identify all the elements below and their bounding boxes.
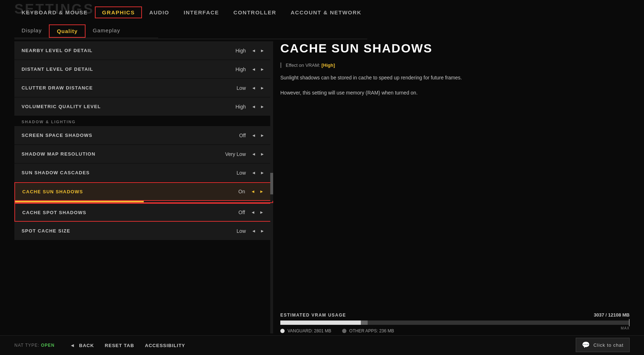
scrollbar-track[interactable] — [270, 41, 273, 333]
setting-sun-shadow-cascades-value: Low — [217, 170, 246, 176]
arrow-left-btn-9[interactable]: ◄ — [249, 209, 257, 216]
setting-clutter-draw[interactable]: CLUTTER DRAW DISTANCE Low ◄ ► — [14, 79, 273, 97]
arrow-left-btn-7[interactable]: ◄ — [250, 169, 257, 176]
vram-bar: MAX — [280, 321, 630, 325]
setting-volumetric[interactable]: VOLUMETRIC QUALITY LEVEL High ◄ ► — [14, 97, 273, 116]
setting-spot-cache-size[interactable]: SPOT CACHE SIZE Low ◄ ► — [14, 222, 273, 240]
arrow-right-btn-5[interactable]: ► — [259, 132, 266, 139]
arrow-left-btn-3[interactable]: ◄ — [250, 84, 257, 92]
accessibility-action[interactable]: ACCESSIBILITY — [145, 343, 185, 348]
nat-type: NAT TYPE: OPEN — [14, 343, 55, 348]
arrow-controls-3: ◄ ► — [250, 84, 266, 92]
back-action[interactable]: ◄ BACK — [69, 342, 94, 349]
description-1: Sunlight shadows can be stored in cache … — [280, 74, 482, 82]
nav-keyboard-mouse[interactable]: KEYBOARD & MOUSE — [14, 6, 95, 18]
arrow-left-btn-2[interactable]: ◄ — [250, 66, 257, 73]
nav-graphics[interactable]: GRAPHICS — [95, 6, 142, 18]
setting-cache-sun-shadows-label: CACHE SUN SHADOWS — [22, 189, 83, 194]
setting-screen-space-shadows[interactable]: SCREEN SPACE SHADOWS Off ◄ ► — [14, 126, 273, 145]
reset-tab-action[interactable]: RESET TAB — [105, 343, 134, 348]
arrow-controls-6: ◄ ► — [250, 151, 266, 158]
arrow-controls: ◄ ► — [250, 47, 266, 54]
setting-cache-spot-shadows[interactable]: CACHE SPOT SHADOWS Off ◄ ► — [14, 203, 273, 222]
setting-nearby-lod[interactable]: NEARBY LEVEL OF DETAIL High ◄ ► — [14, 41, 273, 60]
vram-max-label: MAX — [621, 326, 630, 330]
chat-label: Click to chat — [593, 342, 624, 348]
vram-header: ESTIMATED VRAM USAGE 3037 / 12108 MB — [280, 312, 630, 318]
setting-screen-space-shadows-value: Off — [217, 133, 246, 138]
chat-button[interactable]: 💬 Click to chat — [576, 338, 630, 352]
nat-type-value: OPEN — [41, 343, 55, 348]
vram-legend: VANGUARD: 2801 MB OTHER APPS: 236 MB — [280, 328, 630, 333]
arrow-right-btn-7[interactable]: ► — [259, 169, 266, 176]
setting-sun-shadow-cascades-label: SUN SHADOW CASCADES — [22, 170, 90, 175]
arrow-right-btn-4[interactable]: ► — [259, 103, 266, 110]
arrow-right-btn-6[interactable]: ► — [259, 151, 266, 158]
chat-icon: 💬 — [582, 341, 590, 349]
arrow-left-btn-5[interactable]: ◄ — [250, 132, 257, 139]
setting-nearby-lod-controls: High ◄ ► — [217, 47, 266, 54]
nav-controller[interactable]: CONTROLLER — [226, 6, 284, 18]
arrow-left-btn-6[interactable]: ◄ — [250, 151, 257, 158]
arrow-right-btn-2[interactable]: ► — [259, 66, 266, 73]
bottom-actions: ◄ BACK RESET TAB ACCESSIBILITY — [69, 342, 185, 349]
vram-bar-vanguard — [280, 321, 361, 325]
vram-max-line — [629, 319, 630, 326]
cache-sun-progress — [14, 201, 273, 203]
setting-cache-sun-shadows[interactable]: CACHE SUN SHADOWS On ◄ ► — [14, 182, 273, 201]
setting-spot-cache-size-controls: Low ◄ ► — [217, 227, 266, 235]
vram-effect-label: Effect on VRAM: [High] — [280, 63, 630, 68]
vram-bar-other — [361, 321, 368, 325]
arrow-right-btn-3[interactable]: ► — [259, 84, 266, 92]
vram-header-label: ESTIMATED VRAM USAGE — [280, 313, 346, 318]
setting-cache-spot-shadows-controls: Off ◄ ► — [216, 209, 265, 216]
setting-shadow-map-res-label: SHADOW MAP RESOLUTION — [22, 151, 96, 157]
tab-display[interactable]: Display — [14, 24, 49, 38]
setting-sun-shadow-cascades-controls: Low ◄ ► — [217, 169, 266, 176]
arrow-controls-9: ◄ ► — [249, 209, 265, 216]
scrollbar-thumb[interactable] — [270, 173, 273, 194]
vram-numbers: 3037 / 12108 MB — [594, 312, 630, 318]
setting-shadow-map-res[interactable]: SHADOW MAP RESOLUTION Very Low ◄ ► — [14, 145, 273, 163]
arrow-right-btn-9[interactable]: ► — [258, 209, 265, 216]
nav-audio[interactable]: AUDIO — [142, 6, 176, 18]
setting-distant-lod-controls: High ◄ ► — [217, 66, 266, 73]
setting-distant-lod[interactable]: DISTANT LEVEL OF DETAIL High ◄ ► — [14, 60, 273, 79]
arrow-left-btn-8[interactable]: ◄ — [249, 188, 257, 195]
top-nav: KEYBOARD & MOUSE GRAPHICS AUDIO INTERFAC… — [14, 6, 630, 18]
arrow-controls-7: ◄ ► — [250, 169, 266, 176]
setting-clutter-draw-label: CLUTTER DRAW DISTANCE — [22, 85, 93, 91]
arrow-right-btn-10[interactable]: ► — [259, 227, 266, 235]
description-2: However, this setting will use memory (R… — [280, 89, 482, 97]
bottom-bar: NAT TYPE: OPEN ◄ BACK RESET TAB ACCESSIB… — [0, 335, 644, 355]
arrow-left-btn-10[interactable]: ◄ — [250, 227, 257, 235]
nav-interface[interactable]: INTERFACE — [176, 6, 226, 18]
arrow-right-btn-8[interactable]: ► — [258, 188, 265, 195]
setting-screen-space-shadows-label: SCREEN SPACE SHADOWS — [22, 133, 92, 138]
legend-vanguard: VANGUARD: 2801 MB — [280, 328, 331, 333]
setting-shadow-map-res-controls: Very Low ◄ ► — [217, 151, 266, 158]
back-arrow-icon: ◄ — [69, 342, 76, 349]
setting-nearby-lod-value: High — [217, 48, 246, 54]
arrow-controls-5: ◄ ► — [250, 132, 266, 139]
setting-cache-spot-shadows-value: Off — [216, 209, 245, 215]
arrow-controls-10: ◄ ► — [250, 227, 266, 235]
reset-tab-label: RESET TAB — [105, 343, 134, 348]
vram-value: [High] — [321, 63, 335, 68]
legend-dot-other — [342, 329, 346, 333]
arrow-controls-8: ◄ ► — [249, 188, 265, 195]
tab-gameplay[interactable]: Gameplay — [86, 24, 127, 38]
sub-tabs: Display Quality Gameplay — [14, 24, 158, 38]
setting-screen-space-shadows-controls: Off ◄ ► — [217, 132, 266, 139]
arrow-controls-4: ◄ ► — [250, 103, 266, 110]
arrow-right-btn[interactable]: ► — [259, 47, 266, 54]
arrow-left-btn-4[interactable]: ◄ — [250, 103, 257, 110]
arrow-left-btn[interactable]: ◄ — [250, 47, 257, 54]
settings-panel: NEARBY LEVEL OF DETAIL High ◄ ► DISTANT … — [14, 41, 273, 333]
setting-spot-cache-size-value: Low — [217, 228, 246, 234]
legend-other: OTHER APPS: 236 MB — [342, 328, 394, 333]
nav-account-network[interactable]: ACCOUNT & NETWORK — [284, 6, 369, 18]
accessibility-label: ACCESSIBILITY — [145, 343, 185, 348]
tab-quality[interactable]: Quality — [49, 24, 86, 38]
setting-sun-shadow-cascades[interactable]: SUN SHADOW CASCADES Low ◄ ► — [14, 163, 273, 182]
